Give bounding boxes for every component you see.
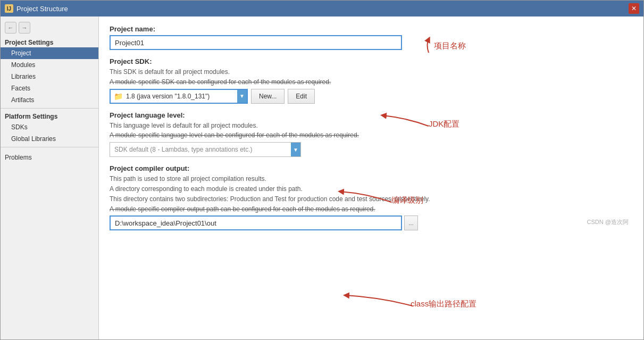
sdk-desc1: This SDK is default for all project modu… — [110, 68, 633, 77]
sdk-dropdown[interactable]: 📁 1.8 (java version "1.8.0_131") ▼ — [110, 89, 248, 104]
compiler-output-input[interactable] — [110, 215, 402, 230]
language-dropdown[interactable]: SDK default (8 - Lambdas, type annotatio… — [110, 142, 301, 157]
main-panel-inner: Project name: 项目名称 Project SDK: This SDK… — [110, 25, 633, 230]
sidebar-item-libraries[interactable]: Libraries — [1, 71, 98, 82]
project-sdk-label: Project SDK: — [110, 57, 633, 65]
annotation-jdk-text: JDK配置 — [429, 119, 459, 129]
lang-desc1: This language level is default for all p… — [110, 121, 633, 130]
sidebar-item-facets[interactable]: Facets — [1, 82, 98, 94]
sidebar-item-sdks[interactable]: SDKs — [1, 121, 98, 133]
compiler-output-label: Project compiler output: — [110, 164, 633, 172]
language-dropdown-arrow: ▼ — [291, 143, 300, 156]
sidebar: ← → Project Settings Project Modules Lib… — [1, 16, 99, 339]
project-name-section: Project name: — [110, 25, 633, 50]
project-name-input[interactable] — [110, 35, 402, 50]
main-panel: Project name: 项目名称 Project SDK: This SDK… — [99, 16, 643, 339]
sidebar-item-project[interactable]: Project — [1, 47, 98, 59]
nav-toolbar: ← → — [1, 19, 98, 37]
sdk-edit-button[interactable]: Edit — [288, 89, 315, 104]
language-dropdown-value: SDK default (8 - Lambdas, type annotatio… — [114, 146, 291, 153]
sidebar-item-problems[interactable]: Problems — [1, 152, 98, 163]
title-bar-left: IJ Project Structure — [5, 4, 68, 13]
sdk-row: 📁 1.8 (java version "1.8.0_131") ▼ New..… — [110, 89, 633, 104]
watermark: CSDN @造次阿 — [587, 218, 629, 226]
annotation-project-name-text: 项目名称 — [434, 41, 466, 51]
forward-button[interactable]: → — [19, 22, 30, 34]
annotation-compile: 编译级别 — [333, 182, 402, 209]
project-settings-label: Project Settings — [1, 37, 98, 47]
close-button[interactable]: ✕ — [629, 3, 639, 14]
output-row: ... — [110, 215, 633, 230]
sdk-dropdown-arrow: ▼ — [237, 90, 247, 103]
app-icon: IJ — [5, 4, 13, 13]
annotation-project-name: 项目名称 — [423, 37, 471, 58]
sidebar-item-artifacts[interactable]: Artifacts — [1, 94, 98, 106]
title-bar: IJ Project Structure ✕ — [1, 1, 643, 16]
platform-settings-label: Platform Settings — [1, 111, 98, 121]
language-level-section: Project language level: This language le… — [110, 111, 633, 157]
project-name-label: Project name: — [110, 25, 633, 33]
sdk-new-button[interactable]: New... — [251, 89, 285, 104]
lang-desc2: A module-specific language level can be … — [110, 131, 633, 140]
content-area: ← → Project Settings Project Modules Lib… — [1, 16, 643, 339]
main-window: IJ Project Structure ✕ ← → Project Setti… — [0, 0, 644, 340]
browse-button[interactable]: ... — [404, 215, 418, 230]
back-button[interactable]: ← — [5, 22, 16, 34]
sidebar-divider-2 — [1, 147, 98, 147]
annotation-compile-text: 编译级别 — [391, 195, 423, 205]
folder-icon: 📁 — [114, 92, 123, 101]
annotation-jdk: JDK配置 — [375, 107, 439, 134]
sdk-desc2: A module-specific SDK can be configured … — [110, 78, 633, 87]
annotation-output-text: class输出路径配置 — [411, 299, 476, 309]
project-sdk-section: Project SDK: This SDK is default for all… — [110, 57, 633, 104]
annotation-output: class输出路径配置 — [338, 286, 423, 312]
window-title: Project Structure — [16, 5, 68, 13]
sidebar-item-modules[interactable]: Modules — [1, 59, 98, 71]
language-level-label: Project language level: — [110, 111, 633, 119]
sidebar-item-global-libraries[interactable]: Global Libraries — [1, 133, 98, 145]
sdk-dropdown-value: 1.8 (java version "1.8.0_131") — [126, 93, 237, 100]
sidebar-divider — [1, 108, 98, 109]
